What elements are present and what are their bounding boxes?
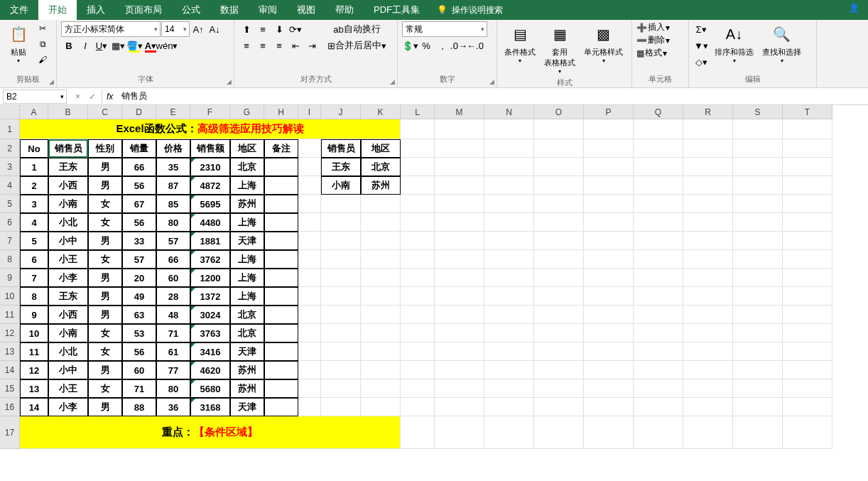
clear-button[interactable]: ◇▾	[693, 54, 709, 70]
orientation-button[interactable]: ⟳▾	[288, 21, 303, 37]
merge-center-button[interactable]: ⊞ 合并后居中 ▾	[322, 38, 391, 53]
cell[interactable]: 小西	[48, 306, 88, 324]
cell[interactable]	[298, 195, 321, 213]
cell[interactable]	[534, 269, 584, 287]
clipboard-launcher-icon[interactable]: ◢	[49, 78, 54, 85]
cell[interactable]	[435, 416, 484, 449]
cell[interactable]: 地区	[230, 139, 264, 158]
row-header[interactable]: 11	[0, 306, 20, 324]
cell[interactable]	[634, 398, 683, 416]
col-header-S[interactable]: S	[733, 105, 783, 119]
cell[interactable]	[298, 287, 321, 306]
currency-button[interactable]: 💲▾	[402, 38, 418, 53]
cell[interactable]	[783, 213, 832, 232]
cell[interactable]	[298, 232, 321, 250]
cell[interactable]: 4872	[190, 176, 230, 195]
row-header[interactable]: 10	[0, 287, 20, 306]
col-header-P[interactable]: P	[584, 105, 634, 119]
cell[interactable]	[401, 379, 435, 398]
cell[interactable]	[264, 232, 298, 250]
cell[interactable]: 8	[20, 287, 48, 306]
tab-formula[interactable]: 公式	[172, 0, 210, 20]
cell[interactable]: 上海	[230, 213, 264, 232]
cell[interactable]	[484, 306, 534, 324]
cell[interactable]	[733, 416, 783, 449]
number-launcher-icon[interactable]: ◢	[489, 78, 494, 85]
cell[interactable]	[435, 398, 484, 416]
col-header-L[interactable]: L	[401, 105, 435, 119]
cell[interactable]	[634, 232, 683, 250]
cell[interactable]: 苏州	[230, 379, 264, 398]
cell[interactable]: 小南	[48, 195, 88, 213]
cell[interactable]	[298, 379, 321, 398]
cell[interactable]	[361, 324, 401, 342]
tab-view[interactable]: 视图	[287, 0, 325, 20]
cell[interactable]: 上海	[230, 176, 264, 195]
cell[interactable]	[534, 361, 584, 379]
cell[interactable]: 王东	[48, 287, 88, 306]
share-icon[interactable]: 👤	[849, 3, 859, 13]
cell[interactable]	[484, 119, 534, 139]
cell[interactable]	[401, 306, 435, 324]
alignment-launcher-icon[interactable]: ◢	[390, 78, 395, 85]
comma-button[interactable]: ,	[435, 38, 450, 53]
cell[interactable]	[435, 342, 484, 361]
cell[interactable]: 88	[122, 398, 156, 416]
cell[interactable]	[634, 379, 683, 398]
cell[interactable]: 80	[156, 379, 190, 398]
cell[interactable]	[534, 250, 584, 269]
align-left-button[interactable]: ≡	[239, 38, 254, 53]
cell[interactable]	[401, 269, 435, 287]
col-header-K[interactable]: K	[361, 105, 401, 119]
sort-filter-button[interactable]: A↓ 排序和筛选▾	[712, 21, 756, 65]
cell[interactable]	[733, 213, 783, 232]
cell[interactable]	[298, 324, 321, 342]
cell[interactable]	[401, 139, 435, 158]
indent-inc-button[interactable]: ⇥	[304, 38, 320, 53]
cell[interactable]: 9	[20, 306, 48, 324]
cell[interactable]	[484, 398, 534, 416]
cell[interactable]	[634, 195, 683, 213]
cell[interactable]: 2	[20, 176, 48, 195]
cell[interactable]	[584, 213, 634, 232]
cell[interactable]	[484, 232, 534, 250]
cell[interactable]	[484, 287, 534, 306]
cell[interactable]: 5695	[190, 195, 230, 213]
cell[interactable]: 价格	[156, 139, 190, 158]
cell[interactable]: 66	[156, 250, 190, 269]
cell[interactable]: 2310	[190, 158, 230, 176]
cell[interactable]	[783, 195, 832, 213]
cell[interactable]: 35	[156, 158, 190, 176]
cell[interactable]	[683, 379, 733, 398]
col-header-I[interactable]: I	[298, 105, 321, 119]
cell[interactable]	[783, 306, 832, 324]
cell[interactable]	[361, 398, 401, 416]
cell[interactable]: 小北	[48, 342, 88, 361]
cell[interactable]	[634, 250, 683, 269]
row-header[interactable]: 15	[0, 379, 20, 398]
cell[interactable]	[534, 398, 584, 416]
cell[interactable]	[683, 361, 733, 379]
cell[interactable]: 男	[88, 398, 122, 416]
cell[interactable]: 1372	[190, 287, 230, 306]
format-cells-button[interactable]: ▦格式 ▾	[636, 47, 667, 59]
cell[interactable]	[634, 416, 683, 449]
cell[interactable]	[683, 269, 733, 287]
format-table-button[interactable]: ▦ 套用 表格格式▾	[541, 21, 578, 76]
cell[interactable]: 女	[88, 324, 122, 342]
cell[interactable]	[435, 176, 484, 195]
col-header-T[interactable]: T	[783, 105, 832, 119]
cell[interactable]: 56	[122, 176, 156, 195]
row-header[interactable]: 14	[0, 361, 20, 379]
cell[interactable]	[321, 232, 361, 250]
cell[interactable]	[321, 342, 361, 361]
border-button[interactable]: ▦▾	[110, 38, 126, 53]
cell[interactable]	[783, 287, 832, 306]
cell[interactable]	[298, 398, 321, 416]
cell[interactable]: 85	[156, 195, 190, 213]
cell[interactable]: 56	[122, 342, 156, 361]
cell[interactable]: 71	[156, 324, 190, 342]
cell[interactable]	[584, 195, 634, 213]
cell[interactable]	[401, 398, 435, 416]
cell[interactable]: 48	[156, 306, 190, 324]
